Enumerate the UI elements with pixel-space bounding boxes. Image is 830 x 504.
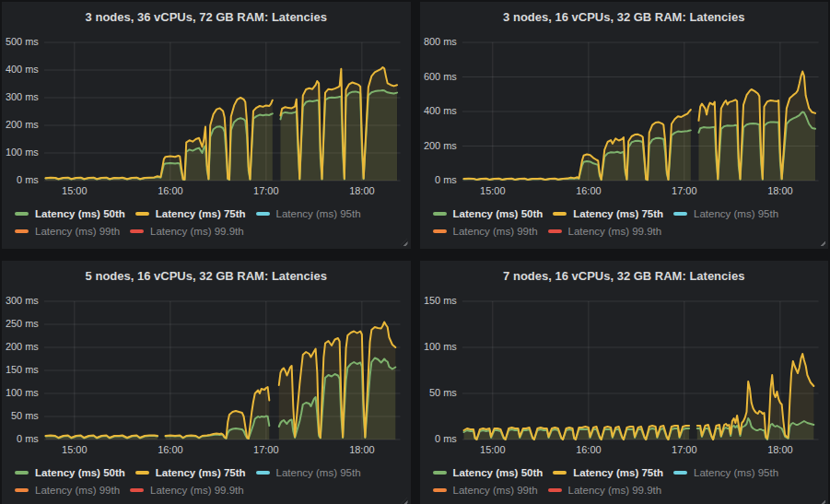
legend-item-latency-ms-50th[interactable]: Latency (ms) 50th <box>433 467 544 478</box>
legend-swatch-icon <box>15 229 29 233</box>
legend-row: Latency (ms) 50thLatency (ms) 75thLatenc… <box>15 463 403 481</box>
svg-text:16:00: 16:00 <box>158 185 182 196</box>
svg-text:17:00: 17:00 <box>253 444 278 455</box>
legend-item-latency-ms-75th[interactable]: Latency (ms) 75th <box>553 208 663 219</box>
latency-chart[interactable]: 0 ms100 ms200 ms300 ms400 ms500 ms15:001… <box>2 29 411 199</box>
legend-swatch-icon <box>15 212 29 216</box>
svg-text:250 ms: 250 ms <box>6 318 39 329</box>
chart-legend: Latency (ms) 50thLatency (ms) 75thLatenc… <box>2 199 411 240</box>
legend-row: Latency (ms) 99thLatency (ms) 99.9th <box>433 222 822 240</box>
svg-text:17:00: 17:00 <box>253 185 278 196</box>
svg-text:15:00: 15:00 <box>62 444 87 455</box>
chart-svg: 0 ms50 ms100 ms150 ms15:0016:0017:0018:0… <box>420 287 829 458</box>
legend-row: Latency (ms) 99thLatency (ms) 99.9th <box>15 481 403 498</box>
legend-item-latency-ms-50th[interactable]: Latency (ms) 50th <box>15 208 125 219</box>
panel-3-nodes-36-vcpus: 3 nodes, 36 vCPUs, 72 GB RAM: Latencies … <box>2 2 411 249</box>
legend-label: Latency (ms) 99th <box>35 485 120 496</box>
panel-3-nodes-16-vcpus: 3 nodes, 16 vCPUs, 32 GB RAM: Latencies … <box>420 2 829 249</box>
panel-resize-handle[interactable] <box>818 498 825 504</box>
svg-text:17:00: 17:00 <box>672 444 696 455</box>
legend-swatch-icon <box>553 471 567 475</box>
svg-text:400 ms: 400 ms <box>423 105 456 116</box>
panel-title[interactable]: 5 nodes, 16 vCPUs, 32 GB RAM: Latencies <box>2 261 411 287</box>
svg-text:0 ms: 0 ms <box>435 174 457 185</box>
legend-item-latency-ms-99.9th[interactable]: Latency (ms) 99.9th <box>548 485 662 496</box>
legend-swatch-icon <box>15 488 29 492</box>
legend-swatch-icon <box>256 212 270 216</box>
legend-swatch-icon <box>433 212 447 216</box>
legend-item-latency-ms-99.9th[interactable]: Latency (ms) 99.9th <box>130 226 244 237</box>
panel-5-nodes-16-vcpus: 5 nodes, 16 vCPUs, 32 GB RAM: Latencies … <box>2 261 411 504</box>
legend-swatch-icon <box>673 471 687 475</box>
legend-swatch-icon <box>548 488 562 492</box>
legend-item-latency-ms-99th[interactable]: Latency (ms) 99th <box>433 226 538 237</box>
legend-item-latency-ms-95th[interactable]: Latency (ms) 95th <box>673 467 778 478</box>
svg-text:18:00: 18:00 <box>767 185 792 196</box>
legend-label: Latency (ms) 75th <box>156 208 246 219</box>
svg-text:15:00: 15:00 <box>480 444 505 455</box>
legend-item-latency-ms-50th[interactable]: Latency (ms) 50th <box>433 208 544 219</box>
panel-resize-handle[interactable] <box>818 239 825 246</box>
svg-text:16:00: 16:00 <box>576 444 601 455</box>
chart-svg: 0 ms100 ms200 ms300 ms400 ms500 ms15:001… <box>2 29 411 199</box>
legend-item-latency-ms-99.9th[interactable]: Latency (ms) 99.9th <box>548 226 662 237</box>
legend-row: Latency (ms) 50thLatency (ms) 75thLatenc… <box>433 205 822 222</box>
legend-item-latency-ms-95th[interactable]: Latency (ms) 95th <box>256 208 361 219</box>
panel-title[interactable]: 3 nodes, 16 vCPUs, 32 GB RAM: Latencies <box>420 2 829 29</box>
legend-label: Latency (ms) 99th <box>453 485 538 496</box>
legend-item-latency-ms-95th[interactable]: Latency (ms) 95th <box>256 467 361 478</box>
latency-chart[interactable]: 0 ms200 ms400 ms600 ms800 ms15:0016:0017… <box>420 29 829 199</box>
legend-label: Latency (ms) 99.9th <box>568 226 662 237</box>
legend-swatch-icon <box>553 212 567 216</box>
svg-text:500 ms: 500 ms <box>6 36 39 47</box>
series-fill <box>166 387 270 440</box>
chart-svg: 0 ms50 ms100 ms150 ms200 ms250 ms300 ms1… <box>2 287 411 458</box>
svg-text:100 ms: 100 ms <box>423 341 456 352</box>
legend-item-latency-ms-95th[interactable]: Latency (ms) 95th <box>673 208 778 219</box>
svg-text:0 ms: 0 ms <box>435 433 457 444</box>
legend-label: Latency (ms) 99th <box>453 226 538 237</box>
chart-legend: Latency (ms) 50thLatency (ms) 75thLatenc… <box>2 458 411 498</box>
svg-text:150 ms: 150 ms <box>423 295 456 306</box>
legend-item-latency-ms-99th[interactable]: Latency (ms) 99th <box>15 226 120 237</box>
legend-item-latency-ms-99th[interactable]: Latency (ms) 99th <box>433 485 538 496</box>
svg-text:150 ms: 150 ms <box>6 364 39 375</box>
legend-label: Latency (ms) 50th <box>453 467 544 478</box>
svg-text:200 ms: 200 ms <box>6 119 39 130</box>
svg-text:200 ms: 200 ms <box>6 341 39 352</box>
panel-7-nodes-16-vcpus: 7 nodes, 16 vCPUs, 32 GB RAM: Latencies … <box>420 261 829 504</box>
legend-item-latency-ms-75th[interactable]: Latency (ms) 75th <box>135 467 246 478</box>
legend-label: Latency (ms) 99.9th <box>150 226 244 237</box>
svg-text:50 ms: 50 ms <box>11 410 39 421</box>
legend-swatch-icon <box>433 471 447 475</box>
series-fill <box>46 98 273 181</box>
legend-row: Latency (ms) 50thLatency (ms) 75thLatenc… <box>15 205 403 222</box>
legend-item-latency-ms-99th[interactable]: Latency (ms) 99th <box>15 485 120 496</box>
legend-item-latency-ms-75th[interactable]: Latency (ms) 75th <box>135 208 246 219</box>
legend-label: Latency (ms) 99th <box>35 226 120 237</box>
legend-swatch-icon <box>673 212 687 216</box>
latency-chart[interactable]: 0 ms50 ms100 ms150 ms15:0016:0017:0018:0… <box>420 287 829 458</box>
legend-label: Latency (ms) 95th <box>694 467 778 478</box>
dashboard-grid: 3 nodes, 36 vCPUs, 72 GB RAM: Latencies … <box>0 0 830 504</box>
panel-title[interactable]: 3 nodes, 36 vCPUs, 72 GB RAM: Latencies <box>2 2 411 29</box>
legend-label: Latency (ms) 75th <box>573 467 663 478</box>
panel-resize-handle[interactable] <box>401 239 408 246</box>
legend-swatch-icon <box>433 229 447 233</box>
panel-resize-handle[interactable] <box>401 498 408 504</box>
legend-label: Latency (ms) 95th <box>276 208 361 219</box>
legend-label: Latency (ms) 95th <box>694 208 778 219</box>
legend-item-latency-ms-99.9th[interactable]: Latency (ms) 99.9th <box>130 485 244 496</box>
legend-swatch-icon <box>135 471 149 475</box>
legend-item-latency-ms-75th[interactable]: Latency (ms) 75th <box>553 467 663 478</box>
latency-chart[interactable]: 0 ms50 ms100 ms150 ms200 ms250 ms300 ms1… <box>2 287 411 458</box>
legend-item-latency-ms-50th[interactable]: Latency (ms) 50th <box>15 467 125 478</box>
svg-text:600 ms: 600 ms <box>423 71 456 82</box>
series-fill <box>463 110 690 181</box>
panel-title[interactable]: 7 nodes, 16 vCPUs, 32 GB RAM: Latencies <box>420 261 829 287</box>
svg-text:100 ms: 100 ms <box>6 387 39 398</box>
series-fill <box>696 354 813 440</box>
svg-text:300 ms: 300 ms <box>6 91 39 102</box>
svg-text:50 ms: 50 ms <box>429 387 457 398</box>
svg-text:0 ms: 0 ms <box>17 174 39 185</box>
